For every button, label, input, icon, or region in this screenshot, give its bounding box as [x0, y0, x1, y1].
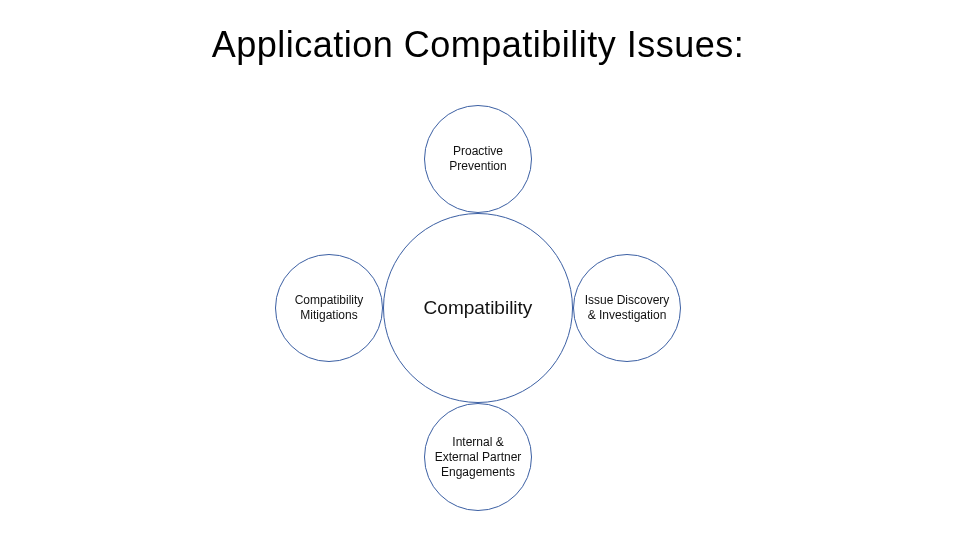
- node-label: Compatibility Mitigations: [284, 293, 374, 323]
- node-label: Proactive Prevention: [433, 144, 523, 174]
- node-label: Issue Discovery & Investigation: [582, 293, 672, 323]
- node-label: Internal & External Partner Engagements: [433, 435, 523, 480]
- node-compatibility-mitigations: Compatibility Mitigations: [275, 254, 383, 362]
- node-compatibility-center: Compatibility: [383, 213, 573, 403]
- node-issue-discovery: Issue Discovery & Investigation: [573, 254, 681, 362]
- node-label: Compatibility: [424, 297, 533, 319]
- node-proactive-prevention: Proactive Prevention: [424, 105, 532, 213]
- compatibility-diagram: Proactive Prevention Issue Discovery & I…: [0, 95, 956, 535]
- node-partner-engagements: Internal & External Partner Engagements: [424, 403, 532, 511]
- page-title: Application Compatibility Issues:: [0, 24, 956, 66]
